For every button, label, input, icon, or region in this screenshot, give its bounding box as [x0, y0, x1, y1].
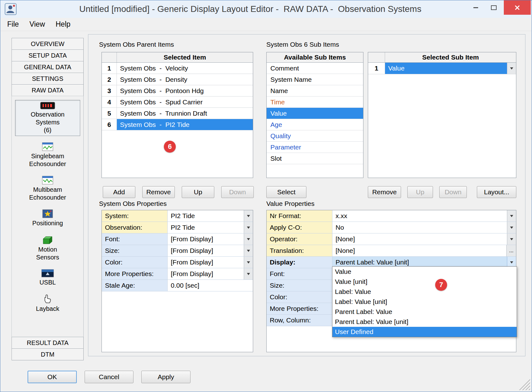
property-row: System: PI2 Tide [102, 210, 253, 222]
property-row: Apply C-O: No [267, 222, 516, 233]
menu-item-file[interactable]: File [7, 20, 19, 29]
parent-item-row[interactable]: 4 System Obs - Spud Carrier [102, 97, 253, 108]
display-option-highlighted[interactable]: User Defined [332, 327, 517, 337]
select-button[interactable]: Select [266, 186, 306, 198]
observation-field[interactable]: PI2 Tide [168, 222, 253, 233]
menu-item-view[interactable]: View [29, 20, 45, 29]
sidebar-item-settings[interactable]: SETTINGS [12, 73, 84, 85]
sidebar-item-result-data[interactable]: RESULT DATA [12, 337, 84, 349]
system-field[interactable]: PI2 Tide [168, 210, 253, 222]
sidebar-item-general-data[interactable]: GENERAL DATA [12, 61, 84, 73]
sidebar-item-overview[interactable]: OVERVIEW [12, 38, 84, 50]
available-item[interactable]: Age [267, 119, 363, 130]
sidebar-item-raw-data[interactable]: RAW DATA [12, 84, 84, 96]
available-item[interactable]: Comment [267, 63, 363, 74]
group-label-system-obs-properties: System Obs Properties [99, 200, 167, 207]
cancel-button[interactable]: Cancel [85, 371, 133, 383]
down-sub-item-button[interactable]: Down [439, 186, 467, 198]
stale-age-field[interactable]: 0.00 [sec] [168, 280, 253, 291]
available-sub-items-list: Available Sub Items Comment System Name … [266, 52, 363, 178]
parent-item-row[interactable]: 1 System Obs - Velocity [102, 63, 253, 74]
color-field[interactable]: [From Display] [168, 257, 253, 268]
group-label-value-properties: Value Properties [266, 200, 315, 207]
field-value: No [336, 224, 344, 231]
available-item[interactable]: Quality [267, 130, 363, 142]
maximize-button[interactable] [485, 0, 503, 15]
titlebar: Untitled [modified] - Generic Display La… [0, 0, 532, 18]
property-label: Display: [267, 257, 332, 268]
nr-format-field[interactable]: x.xx [332, 210, 516, 222]
sidebar-item-setup-data[interactable]: SETUP DATA [12, 50, 84, 61]
row-number-header [368, 52, 385, 62]
layout-button[interactable]: Layout... [477, 186, 516, 198]
window: Untitled [modified] - Generic Display La… [0, 0, 532, 392]
row-number: 5 [102, 108, 117, 119]
up-sub-item-button[interactable]: Up [407, 186, 433, 198]
chevron-down-icon [244, 210, 253, 222]
minimize-button[interactable] [467, 0, 484, 15]
chevron-down-icon [507, 233, 516, 245]
property-label: More Properties: [267, 303, 332, 314]
available-item[interactable]: System Name [267, 74, 363, 85]
display-option[interactable]: Parent Label: Value [unit] [332, 317, 517, 327]
sidebar-item-layback[interactable]: Layback [15, 293, 80, 314]
field-value: [From Display] [171, 235, 213, 243]
observation-systems-icon [40, 102, 55, 109]
table-header: Available Sub Items [267, 52, 363, 63]
available-item-selected[interactable]: Value [267, 108, 363, 119]
up-button[interactable]: Up [182, 186, 214, 198]
parent-item-row[interactable]: 5 System Obs - Trunnion Draft [102, 108, 253, 119]
remove-button[interactable]: Remove [142, 186, 175, 198]
close-button[interactable] [504, 0, 531, 15]
translation-field[interactable]: [None] ... [332, 245, 516, 256]
sidebar-item-motion-sensors[interactable]: Motion Sensors [15, 233, 80, 263]
apply-co-field[interactable]: No [332, 222, 516, 233]
sidebar-item-observation-systems[interactable]: Observation Systems (6) [15, 100, 80, 136]
app-icon [5, 3, 17, 15]
property-label: Operator: [267, 233, 332, 245]
display-option[interactable]: Label: Value [unit] [332, 297, 517, 307]
property-row: Size: [From Display] [102, 245, 253, 257]
apply-button[interactable]: Apply [141, 371, 190, 383]
table-header: Selected Item [102, 52, 253, 63]
available-item[interactable]: Name [267, 85, 363, 97]
available-item[interactable]: Parameter [267, 142, 363, 153]
field-value: x.xx [336, 212, 347, 220]
field-value: [From Display] [171, 247, 213, 254]
row-label: System Obs - PI2 Tide [117, 119, 253, 130]
chevron-down-icon [507, 210, 516, 222]
menu-item-help[interactable]: Help [56, 20, 70, 29]
remove-sub-item-button[interactable]: Remove [368, 186, 401, 198]
resize-grip[interactable] [519, 379, 530, 390]
operator-field[interactable]: [None] [332, 233, 516, 245]
sidebar-item-usbl[interactable]: USBL [15, 268, 80, 288]
parent-item-row[interactable]: 3 System Obs - Pontoon Hdg [102, 85, 253, 97]
display-option[interactable]: Label: Value [332, 287, 517, 297]
parent-item-row-selected[interactable]: 6 System Obs - PI2 Tide [102, 119, 253, 130]
display-option[interactable]: Value [unit] [332, 277, 517, 287]
down-button[interactable]: Down [221, 186, 254, 198]
field-value: [From Display] [171, 259, 213, 266]
add-button[interactable]: Add [103, 186, 135, 198]
display-option[interactable]: Parent Label: Value [332, 307, 517, 317]
group-label-sub-items: System Obs 6 Sub Items [266, 41, 339, 48]
multibeam-echosounder-icon [42, 176, 53, 185]
more-properties-field[interactable]: [From Display] [168, 268, 253, 280]
sidebar-item-positioning[interactable]: Positioning [15, 208, 80, 229]
available-item[interactable]: Time [267, 97, 363, 108]
sub-item-dropdown[interactable]: Value [385, 63, 516, 74]
sidebar-item-multibeam-echosounder[interactable]: Multibeam Echosounder [15, 174, 80, 203]
available-item[interactable]: Slot [267, 153, 363, 164]
font-field[interactable]: [From Display] [168, 233, 253, 245]
display-option[interactable]: Value [332, 267, 517, 277]
parent-item-row[interactable]: 2 System Obs - Density [102, 74, 253, 85]
sidebar-item-dtm[interactable]: DTM [12, 348, 84, 360]
field-value: 0.00 [sec] [171, 282, 199, 289]
sidebar-item-singlebeam-echosounder[interactable]: Singlebeam Echosounder [15, 141, 80, 170]
row-number-header [102, 52, 117, 62]
size-field[interactable]: [From Display] [168, 245, 253, 256]
ellipsis-button[interactable]: ... [506, 245, 516, 256]
property-label: System: [102, 210, 168, 222]
table-header: Selected Sub Item [368, 52, 516, 63]
ok-button[interactable]: OK [28, 371, 77, 383]
